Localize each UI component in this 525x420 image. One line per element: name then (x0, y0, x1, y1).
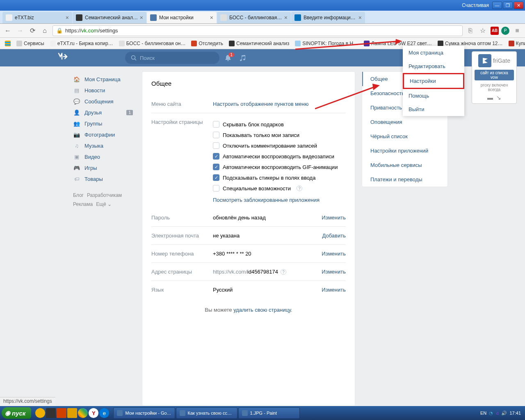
checkbox[interactable] (213, 132, 219, 138)
row-action[interactable]: Изменить (322, 251, 346, 257)
abp-icon[interactable]: AB (491, 27, 499, 35)
checkbox[interactable]: ✓ (213, 164, 219, 170)
nav-music[interactable]: ♫Музыка (70, 140, 135, 151)
tray-icon-3[interactable]: 🔊 (501, 411, 507, 416)
frigate-widget[interactable]: friGate сайт из списка vow proxy включен… (472, 51, 517, 104)
bookmark-2[interactable]: БОСС - биллинговая он… (116, 40, 188, 47)
menu-button[interactable]: ≡ (513, 26, 522, 35)
nav-photo[interactable]: 📷Фотографии (70, 129, 135, 140)
checkbox[interactable] (213, 121, 219, 128)
nav-video[interactable]: ▣Видео (70, 151, 135, 162)
checkbox[interactable]: ✓ (213, 174, 219, 181)
dropdown-item-3[interactable]: Помощь (403, 89, 464, 103)
bookmark-5[interactable]: SINOPTIK: Погода в Н… (292, 40, 361, 47)
bookmark-3[interactable]: Отследить (189, 40, 226, 47)
blocked-apps-link[interactable]: Посмотреть заблокированные приложения (213, 194, 346, 203)
music-player-icon[interactable] (239, 54, 247, 62)
row-action[interactable]: Изменить (322, 215, 346, 221)
tray-icon-1[interactable]: ◔ (489, 411, 493, 416)
tray-icon-2[interactable]: ♫ (495, 411, 499, 415)
dropdown-item-1[interactable]: Редактировать (403, 59, 464, 73)
row-action[interactable]: Изменить (322, 269, 346, 275)
menu-configure-link[interactable]: Настроить отображение пунктов меню (213, 101, 308, 107)
taskbar-task-2[interactable]: 1.JPG - Paint (238, 407, 300, 419)
tab-close-icon[interactable]: × (284, 14, 288, 21)
photo-icon: 📷 (73, 132, 80, 138)
devtools-icon[interactable]: ⎘ (466, 26, 475, 35)
tab-close-icon[interactable]: × (66, 14, 69, 21)
nav-games[interactable]: 🎮Игры (70, 162, 135, 173)
settings-tab-5[interactable]: Настройки приложений (362, 144, 447, 158)
notifications-icon[interactable]: 1 (224, 54, 232, 62)
footer-link-0[interactable]: Блог (73, 192, 84, 198)
star-icon[interactable]: ☆ (478, 26, 487, 35)
nav-news[interactable]: ▤Новости (70, 85, 135, 96)
ql-chrome[interactable] (78, 408, 88, 418)
dropdown-item-0[interactable]: Моя страница (403, 46, 464, 59)
taskbar-task-1[interactable]: Как узнать свою сс… (176, 407, 237, 419)
home-button[interactable]: ⌂ (40, 26, 49, 35)
browser-tab-3[interactable]: БОСС - биллинговая онлай…× (217, 12, 291, 23)
bookmark-1[interactable]: eTXT.ru - Биржа копир… (48, 40, 116, 47)
footer-link-1[interactable]: Разработчикам (87, 192, 122, 198)
footer-link-2[interactable]: Реклама (73, 201, 93, 207)
nav-home[interactable]: 🏠Моя Страница (70, 74, 135, 85)
settings-tab-7[interactable]: Платежи и переводы (362, 172, 447, 187)
minimize-button[interactable]: — (492, 2, 502, 9)
bookmark-label: eTXT.ru - Биржа копир… (57, 41, 113, 46)
ql-4[interactable] (67, 408, 77, 418)
settings-tab-4[interactable]: Чёрный список (362, 129, 447, 144)
dropdown-item-2[interactable]: Настройки (403, 73, 464, 89)
taskbar-task-0[interactable]: Мои настройки - Go… (113, 407, 175, 419)
reload-button[interactable]: ⟳ (28, 26, 37, 35)
checkbox[interactable]: ✓ (213, 153, 219, 160)
delete-page-link[interactable]: удалить свою страницу (233, 307, 291, 313)
browser-tab-4[interactable]: Введите информацию плат…× (291, 12, 365, 23)
browser-tab-2[interactable]: Мои настройки× (147, 12, 217, 23)
tab-close-icon[interactable]: × (210, 14, 213, 21)
checkbox-row-5: ✓Подсказывать стикеры в полях ввода (213, 172, 346, 183)
checkbox-row-1: Показывать только мои записи (213, 130, 346, 140)
nav-msg[interactable]: 💬Сообщения (70, 96, 135, 107)
help-icon[interactable]: ? (281, 269, 286, 275)
row-action[interactable]: Добавить (322, 233, 346, 239)
apps-button[interactable] (2, 40, 13, 47)
ql-yandex[interactable]: Y (89, 408, 98, 418)
tab-close-icon[interactable]: × (140, 14, 143, 21)
forward-button[interactable]: → (16, 26, 25, 35)
settings-tab-6[interactable]: Мобильные сервисы (362, 158, 447, 172)
vk-logo[interactable] (57, 52, 70, 63)
bookmark-0[interactable]: Сервисы (14, 40, 47, 47)
checkbox[interactable] (213, 185, 219, 192)
ql-2[interactable] (46, 408, 56, 418)
checkbox[interactable] (213, 142, 219, 149)
start-button[interactable]: ◉пуск (2, 407, 31, 419)
nav-market[interactable]: 🏷Товары (70, 173, 135, 185)
bookmark-4[interactable]: Семантический анализ (226, 40, 292, 47)
svg-point-0 (132, 56, 135, 59)
tab-close-icon[interactable]: × (358, 14, 362, 21)
help-icon[interactable]: ? (297, 185, 302, 191)
ql-ie[interactable]: e (99, 408, 109, 418)
vk-search-input[interactable]: Поиск (125, 52, 219, 64)
nav-groups[interactable]: 👥Группы (70, 118, 135, 129)
ql-3[interactable] (57, 408, 66, 418)
maximize-button[interactable]: ❐ (503, 2, 513, 9)
settings-tab-3[interactable]: Оповещения (362, 115, 447, 129)
nav-friends[interactable]: 👤Друзья1 (70, 107, 135, 118)
browser-tab-0[interactable]: eTXT.biz× (2, 12, 72, 23)
close-button[interactable]: ✕ (514, 2, 523, 9)
row-value: https://vk.com/id456798174? (213, 269, 322, 275)
browser-tab-1[interactable]: Семантический анализ те…× (73, 12, 146, 23)
row-action[interactable]: Изменить (322, 287, 346, 293)
ql-1[interactable] (35, 408, 45, 418)
tray-lang[interactable]: EN (480, 411, 486, 415)
footer-link-3[interactable]: Ещё ⌄ (96, 201, 112, 207)
bookmark-8[interactable]: Купить Мужская Рубаш… (506, 40, 525, 47)
ext-green-icon[interactable]: P (501, 27, 509, 35)
address-bar[interactable]: 🔒 https://vk.com/settings (52, 25, 463, 36)
tray-clock[interactable]: 17:41 (509, 411, 521, 415)
back-button[interactable]: ← (3, 26, 12, 35)
row-value: обновлён день назад (213, 215, 322, 221)
dropdown-item-4[interactable]: Выйти (403, 103, 464, 116)
